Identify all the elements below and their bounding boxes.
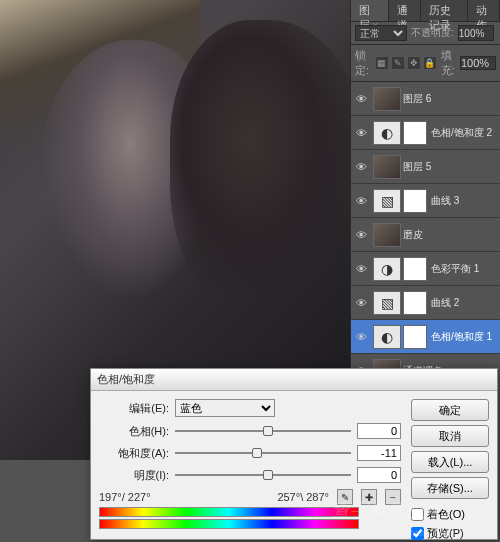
lock-position-icon[interactable]: ✥ (407, 56, 421, 70)
opacity-label: 不透明度: (411, 26, 454, 40)
layer-item[interactable]: 👁◑色彩平衡 1 (351, 252, 500, 286)
hue-range-row: 197°/ 227° 257°\ 287° ✎ ✚ − (99, 489, 401, 505)
layer-item[interactable]: 👁图层 6 (351, 82, 500, 116)
layer-item[interactable]: 👁▧曲线 2 (351, 286, 500, 320)
layer-name-label: 图层 6 (403, 92, 498, 106)
opacity-input[interactable] (458, 25, 494, 41)
visibility-toggle-icon[interactable]: 👁 (353, 91, 369, 107)
tab-channels[interactable]: 通道 (389, 0, 421, 21)
eyedropper-subtract-icon[interactable]: − (385, 489, 401, 505)
layer-item[interactable]: 👁◐色相/饱和度 1 (351, 320, 500, 354)
hue-input[interactable] (357, 423, 401, 439)
lock-transparency-icon[interactable]: ▦ (375, 56, 389, 70)
eyedropper-add-icon[interactable]: ✚ (361, 489, 377, 505)
layer-item[interactable]: 👁▧曲线 3 (351, 184, 500, 218)
visibility-toggle-icon[interactable]: 👁 (353, 329, 369, 345)
panel-tabs: 图层× 通道 历史记录 动作 (351, 0, 500, 22)
saturation-slider[interactable] (175, 446, 351, 460)
layer-name-label: 色彩平衡 1 (431, 262, 498, 276)
cancel-button[interactable]: 取消 (411, 425, 489, 447)
blend-row: 正常 不透明度: (351, 22, 500, 45)
layer-list: 👁图层 6👁◐色相/饱和度 2👁图层 5👁▧曲线 3👁磨皮👁◑色彩平衡 1👁▧曲… (351, 82, 500, 382)
layer-item[interactable]: 👁◐色相/饱和度 2 (351, 116, 500, 150)
layer-thumbnail[interactable]: ▧ (373, 291, 401, 315)
layer-item[interactable]: 👁磨皮 (351, 218, 500, 252)
range-right: 257°\ 287° (277, 491, 329, 503)
hue-slider[interactable] (175, 424, 351, 438)
layer-thumbnail[interactable]: ◐ (373, 121, 401, 145)
edit-label: 编辑(E): (99, 401, 169, 416)
visibility-toggle-icon[interactable]: 👁 (353, 125, 369, 141)
layer-name-label: 曲线 3 (431, 194, 498, 208)
layer-thumbnail[interactable] (373, 87, 401, 111)
saturation-input[interactable] (357, 445, 401, 461)
eyedropper-icon[interactable]: ✎ (337, 489, 353, 505)
range-left: 197°/ 227° (99, 491, 151, 503)
visibility-toggle-icon[interactable]: 👁 (353, 295, 369, 311)
ok-button[interactable]: 确定 (411, 399, 489, 421)
layer-name-label: 磨皮 (403, 228, 498, 242)
lightness-slider[interactable] (175, 468, 351, 482)
color-strip-input[interactable] (99, 507, 359, 517)
saturation-label: 饱和度(A): (99, 446, 169, 461)
lock-label: 锁定: (355, 48, 371, 78)
layer-mask-thumbnail[interactable] (403, 121, 427, 145)
visibility-toggle-icon[interactable]: 👁 (353, 227, 369, 243)
layer-thumbnail[interactable]: ◐ (373, 325, 401, 349)
lock-row: 锁定: ▦ ✎ ✥ 🔒 填充: (351, 45, 500, 82)
fill-label: 填充: (441, 48, 457, 78)
layer-item[interactable]: 👁图层 5 (351, 150, 500, 184)
fill-input[interactable] (460, 56, 496, 70)
lock-pixels-icon[interactable]: ✎ (391, 56, 405, 70)
lock-all-icon[interactable]: 🔒 (423, 56, 437, 70)
layers-panel: 图层× 通道 历史记录 动作 正常 不透明度: 锁定: ▦ ✎ ✥ 🔒 填充: … (350, 0, 500, 380)
edit-select[interactable]: 蓝色 (175, 399, 275, 417)
load-button[interactable]: 载入(L)... (411, 451, 489, 473)
layer-name-label: 色相/饱和度 1 (431, 330, 498, 344)
layer-mask-thumbnail[interactable] (403, 325, 427, 349)
layer-thumbnail[interactable] (373, 223, 401, 247)
visibility-toggle-icon[interactable]: 👁 (353, 159, 369, 175)
colorize-checkbox[interactable]: 着色(O) (411, 507, 489, 522)
visibility-toggle-icon[interactable]: 👁 (353, 261, 369, 277)
layer-mask-thumbnail[interactable] (403, 291, 427, 315)
dialog-body: 编辑(E): 蓝色 色相(H): 饱和度(A): 明度(I): 197°/ 22… (91, 391, 497, 542)
visibility-toggle-icon[interactable]: 👁 (353, 193, 369, 209)
layer-name-label: 色相/饱和度 2 (431, 126, 498, 140)
preview-checkbox[interactable]: 预览(P) (411, 526, 489, 541)
dialog-titlebar[interactable]: 色相/饱和度 (91, 369, 497, 391)
image-content (170, 20, 370, 320)
layer-thumbnail[interactable] (373, 155, 401, 179)
layer-thumbnail[interactable]: ▧ (373, 189, 401, 213)
save-button[interactable]: 存储(S)... (411, 477, 489, 499)
layer-name-label: 图层 5 (403, 160, 498, 174)
hue-saturation-dialog: 色相/饱和度 编辑(E): 蓝色 色相(H): 饱和度(A): 明度(I): (90, 368, 498, 540)
color-strip-output (99, 519, 359, 529)
tab-layers[interactable]: 图层× (351, 0, 389, 21)
lightness-input[interactable] (357, 467, 401, 483)
layer-thumbnail[interactable]: ◑ (373, 257, 401, 281)
lightness-label: 明度(I): (99, 468, 169, 483)
tab-history[interactable]: 历史记录 (421, 0, 468, 21)
lock-icons: ▦ ✎ ✥ 🔒 (375, 56, 437, 70)
layer-name-label: 曲线 2 (431, 296, 498, 310)
blend-mode-select[interactable]: 正常 (355, 25, 407, 41)
hue-label: 色相(H): (99, 424, 169, 439)
layer-mask-thumbnail[interactable] (403, 189, 427, 213)
layer-mask-thumbnail[interactable] (403, 257, 427, 281)
tab-actions[interactable]: 动作 (468, 0, 500, 21)
